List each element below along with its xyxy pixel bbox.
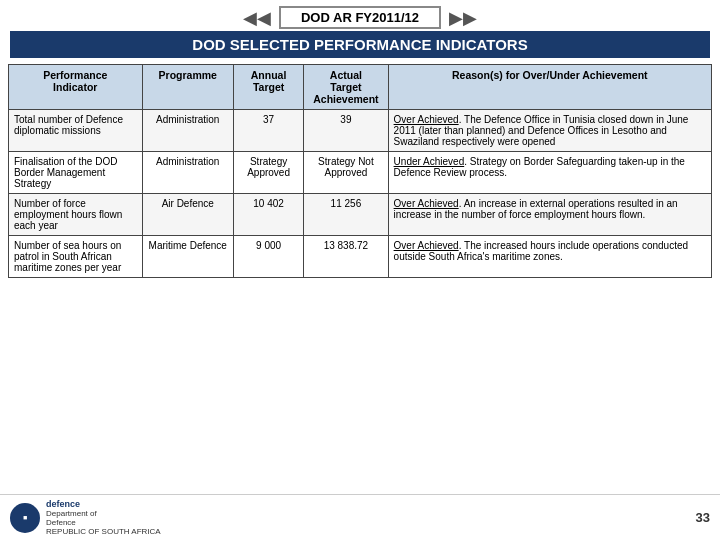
cell-annual-0: 37 bbox=[233, 110, 303, 152]
table-header-row: PerformanceIndicator Programme AnnualTar… bbox=[9, 65, 712, 110]
cell-annual-2: 10 402 bbox=[233, 194, 303, 236]
table-container: PerformanceIndicator Programme AnnualTar… bbox=[0, 64, 720, 494]
cell-actual-0: 39 bbox=[304, 110, 388, 152]
page-subtitle: DOD SELECTED PERFORMANCE INDICATORS bbox=[10, 31, 710, 58]
page-title: DOD AR FY2011/12 bbox=[279, 6, 441, 29]
cell-programme-2: Air Defence bbox=[142, 194, 233, 236]
cell-performance-2: Number of force employment hours flown e… bbox=[9, 194, 143, 236]
reason-prefix-2: Over Achieved bbox=[394, 198, 459, 209]
header-section: ◀◀ DOD AR FY2011/12 ▶▶ DOD SELECTED PERF… bbox=[0, 0, 720, 64]
col-header-actual: ActualTargetAchievement bbox=[304, 65, 388, 110]
reason-prefix-3: Over Achieved bbox=[394, 240, 459, 251]
footer: ■ defence Department ofDefenceREPUBLIC O… bbox=[0, 494, 720, 540]
table-row: Total number of Defence diplomatic missi… bbox=[9, 110, 712, 152]
org-name: defence bbox=[46, 499, 161, 509]
table-row: Number of sea hours on patrol in South A… bbox=[9, 236, 712, 278]
table-row: Finalisation of the DOD Border Managemen… bbox=[9, 152, 712, 194]
cell-performance-3: Number of sea hours on patrol in South A… bbox=[9, 236, 143, 278]
cell-annual-1: Strategy Approved bbox=[233, 152, 303, 194]
page-number: 33 bbox=[696, 510, 710, 525]
page-wrapper: ◀◀ DOD AR FY2011/12 ▶▶ DOD SELECTED PERF… bbox=[0, 0, 720, 540]
cell-annual-3: 9 000 bbox=[233, 236, 303, 278]
cell-performance-0: Total number of Defence diplomatic missi… bbox=[9, 110, 143, 152]
col-header-reason: Reason(s) for Over/Under Achievement bbox=[388, 65, 711, 110]
reason-prefix-0: Over Achieved bbox=[394, 114, 459, 125]
col-header-performance: PerformanceIndicator bbox=[9, 65, 143, 110]
cell-programme-1: Administration bbox=[142, 152, 233, 194]
org-subtitle: Department ofDefenceREPUBLIC OF SOUTH AF… bbox=[46, 509, 161, 536]
cell-reason-3: Over Achieved. The increased hours inclu… bbox=[388, 236, 711, 278]
cell-programme-0: Administration bbox=[142, 110, 233, 152]
performance-table: PerformanceIndicator Programme AnnualTar… bbox=[8, 64, 712, 278]
cell-reason-2: Over Achieved. An increase in external o… bbox=[388, 194, 711, 236]
logo-icon: ■ bbox=[10, 503, 40, 533]
title-arrows: ◀◀ DOD AR FY2011/12 ▶▶ bbox=[10, 6, 710, 29]
cell-reason-1: Under Achieved. Strategy on Border Safeg… bbox=[388, 152, 711, 194]
cell-programme-3: Maritime Defence bbox=[142, 236, 233, 278]
col-header-annual: AnnualTarget bbox=[233, 65, 303, 110]
col-header-programme: Programme bbox=[142, 65, 233, 110]
cell-actual-3: 13 838.72 bbox=[304, 236, 388, 278]
logo-label: defence Department ofDefenceREPUBLIC OF … bbox=[46, 499, 161, 536]
cell-actual-2: 11 256 bbox=[304, 194, 388, 236]
footer-logo-area: ■ defence Department ofDefenceREPUBLIC O… bbox=[10, 499, 161, 536]
cell-actual-1: Strategy Not Approved bbox=[304, 152, 388, 194]
table-row: Number of force employment hours flown e… bbox=[9, 194, 712, 236]
cell-performance-1: Finalisation of the DOD Border Managemen… bbox=[9, 152, 143, 194]
cell-reason-0: Over Achieved. The Defence Office in Tun… bbox=[388, 110, 711, 152]
arrow-left-icon: ◀◀ bbox=[243, 7, 271, 29]
reason-prefix-1: Under Achieved bbox=[394, 156, 465, 167]
arrow-right-icon: ▶▶ bbox=[449, 7, 477, 29]
